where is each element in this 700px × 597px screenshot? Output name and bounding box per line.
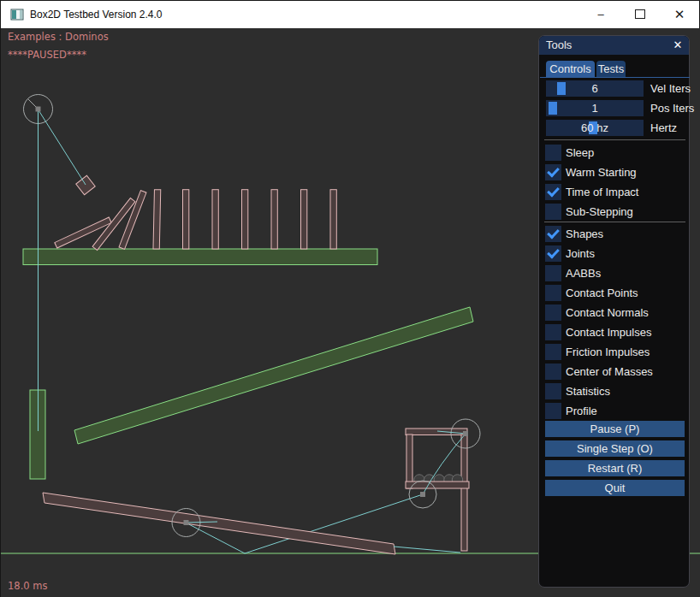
domino	[183, 190, 189, 249]
close-button[interactable]: ✕	[660, 1, 699, 28]
joint-line	[39, 109, 86, 185]
tools-panel: Tools ✕ Controls Tests 6 Vel Iters 1 Pos…	[538, 35, 690, 588]
domino	[153, 190, 161, 249]
checkbox[interactable]	[545, 383, 561, 399]
tools-panel-title: Tools	[546, 38, 572, 51]
checkbox-label: Warm Starting	[566, 164, 637, 180]
checkbox[interactable]	[545, 344, 561, 360]
checkbox-label: AABBs	[566, 265, 601, 281]
pos-iters-slider[interactable]: 1	[546, 100, 644, 116]
minimize-button[interactable]: –	[581, 1, 620, 28]
tools-close-icon[interactable]: ✕	[670, 36, 685, 55]
hertz-slider[interactable]: 60 hz	[546, 120, 644, 136]
checkbox[interactable]	[545, 403, 561, 419]
checkbox-label: Joints	[566, 245, 595, 262]
vel-iters-value: 6	[546, 80, 644, 97]
app-window: Box2D Testbed Version 2.4.0 – ✕	[0, 0, 700, 597]
frame-right-post	[461, 434, 467, 551]
hertz-value: 60 hz	[546, 120, 644, 136]
domino	[301, 190, 307, 249]
hertz-label: Hertz	[650, 120, 677, 136]
checkbox[interactable]	[545, 364, 561, 380]
checkbox-label: Contact Normals	[566, 304, 649, 321]
checkbox[interactable]	[545, 265, 561, 281]
tab-controls[interactable]: Controls	[546, 61, 595, 77]
checkbox[interactable]	[545, 245, 561, 262]
maximize-button[interactable]	[620, 1, 660, 28]
checkbox[interactable]	[545, 145, 561, 161]
seesaw-plank	[43, 493, 395, 554]
tab-underline	[540, 77, 690, 78]
window-titlebar: Box2D Testbed Version 2.4.0 – ✕	[1, 1, 699, 28]
checkbox-label: Time of Impact	[566, 184, 638, 200]
com-marker	[36, 107, 41, 112]
checkbox-label: Statistics	[566, 383, 610, 399]
checkbox-label: Friction Impulses	[566, 344, 650, 360]
checkbox-label: Contact Impulses	[566, 324, 651, 340]
frame-time-label: 18.0 ms	[8, 580, 47, 592]
joint-line	[394, 547, 460, 553]
checkbox[interactable]	[545, 184, 561, 200]
vel-iters-slider[interactable]: 6	[546, 80, 644, 97]
checkbox-label: Center of Masses	[566, 364, 653, 380]
pos-iters-value: 1	[546, 100, 644, 116]
quit-button[interactable]: Quit	[545, 480, 685, 496]
separator	[544, 139, 685, 140]
angled-plank	[74, 307, 473, 444]
com-marker	[420, 492, 425, 497]
tools-panel-titlebar[interactable]: Tools	[539, 36, 689, 55]
checkbox-label: Shapes	[566, 226, 603, 242]
domino	[330, 190, 336, 249]
checkbox-label: Profile	[566, 403, 597, 419]
shelf-platform	[23, 249, 377, 265]
domino	[212, 190, 218, 249]
checkbox[interactable]	[545, 304, 561, 321]
separator	[544, 222, 685, 222]
checkbox[interactable]	[545, 324, 561, 340]
window-title: Box2D Testbed Version 2.4.0	[30, 9, 163, 21]
vel-iters-label: Vel Iters	[650, 80, 691, 97]
domino	[242, 190, 248, 249]
checkbox-label: Sleep	[566, 145, 594, 161]
app-icon	[10, 8, 24, 21]
domino	[271, 190, 277, 249]
checkbox[interactable]	[545, 285, 561, 301]
com-marker	[184, 520, 189, 525]
single-step-button[interactable]: Single Step (O)	[545, 440, 685, 457]
com-marker	[463, 431, 468, 436]
checkbox-label: Contact Points	[566, 285, 638, 301]
checkbox-label: Sub-Stepping	[566, 204, 633, 220]
maximize-icon	[635, 9, 645, 19]
hanging-box	[76, 175, 95, 194]
frame-top-bar	[406, 429, 467, 435]
restart-button[interactable]: Restart (R)	[545, 460, 685, 476]
frame-left-post	[406, 434, 412, 488]
pause-button[interactable]: Pause (P)	[545, 421, 685, 437]
tab-tests[interactable]: Tests	[596, 61, 626, 77]
example-label: Examples : Dominos	[8, 31, 109, 43]
checkbox[interactable]	[545, 204, 561, 220]
paused-label: ****PAUSED****	[8, 49, 86, 61]
checkbox[interactable]	[545, 226, 561, 242]
checkbox[interactable]	[545, 164, 561, 180]
pos-iters-label: Pos Iters	[650, 100, 694, 116]
